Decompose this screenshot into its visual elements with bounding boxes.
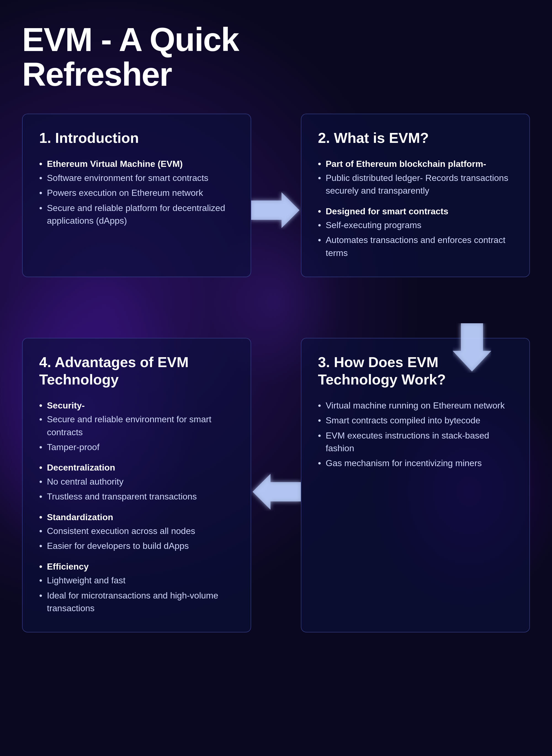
page-container: EVM - A Quick Refresher 1. Introduction …	[0, 0, 552, 660]
section4-list: Security- Secure and reliable environmen…	[39, 399, 234, 614]
list-item: Tamper-proof	[39, 441, 234, 453]
list-item: Virtual machine running on Ethereum netw…	[318, 399, 513, 412]
list-item: Powers execution on Ethereum network	[39, 186, 234, 199]
list-item: Smart contracts compiled into bytecode	[318, 414, 513, 427]
list-item: Gas mechanism for incentivizing miners	[318, 457, 513, 469]
arrow-down-2-3	[453, 323, 491, 373]
title-line1: EVM - A Quick	[22, 21, 239, 58]
list-item: Lightweight and fast	[39, 574, 234, 587]
list-item: Consistent execution across all nodes	[39, 525, 234, 537]
list-item: Part of Ethereum blockchain platform-	[318, 158, 513, 170]
list-item: Ideal for microtransactions and high-vol…	[39, 589, 234, 615]
down-arrow-polygon	[453, 323, 491, 372]
section1-card: 1. Introduction Ethereum Virtual Machine…	[22, 114, 251, 277]
list-item: Self-executing programs	[318, 219, 513, 231]
list-item: Designed for smart contracts	[318, 205, 513, 218]
left-arrow-polygon	[253, 474, 301, 510]
list-item: Ethereum Virtual Machine (EVM)	[39, 158, 234, 170]
section2-title: 2. What is EVM?	[318, 129, 513, 147]
section3-card: 3. How Does EVM Technology Work? Virtual…	[301, 338, 530, 632]
list-item: Automates transactions and enforces cont…	[318, 234, 513, 259]
section3-content: Virtual machine running on Ethereum netw…	[318, 399, 513, 470]
section1-content: Ethereum Virtual Machine (EVM) Software …	[39, 158, 234, 227]
list-item: Standardization	[39, 511, 234, 524]
list-item: Security-	[39, 399, 234, 412]
section2-card: 2. What is EVM? Part of Ethereum blockch…	[301, 114, 530, 277]
list-item: Software environment for smart contracts	[39, 172, 234, 184]
section2-content: Part of Ethereum blockchain platform- Pu…	[318, 158, 513, 259]
list-item: Efficiency	[39, 560, 234, 573]
left-arrow-svg	[251, 472, 301, 511]
list-item: Trustless and transparent transactions	[39, 490, 234, 503]
title-line2: Refresher	[22, 56, 172, 93]
list-item: Easier for developers to build dApps	[39, 540, 234, 552]
list-item: EVM executes instructions in stack-based…	[318, 429, 513, 455]
list-item: No central authority	[39, 475, 234, 488]
section4-card: 4. Advantages of EVM Technology Security…	[22, 338, 251, 632]
section1-title: 1. Introduction	[39, 129, 234, 147]
page-title: EVM - A Quick Refresher	[22, 22, 530, 91]
down-arrow-svg	[453, 323, 491, 373]
list-item: Secure and reliable environment for smar…	[39, 413, 234, 438]
section4-content: Security- Secure and reliable environmen…	[39, 399, 234, 614]
list-item: Decentralization	[39, 461, 234, 474]
right-arrow-svg	[251, 191, 301, 229]
section2-list: Part of Ethereum blockchain platform- Pu…	[318, 158, 513, 259]
arrow-left-3-4	[251, 472, 301, 511]
section4-title: 4. Advantages of EVM Technology	[39, 354, 234, 388]
section1-list: Ethereum Virtual Machine (EVM) Software …	[39, 158, 234, 227]
section3-list: Virtual machine running on Ethereum netw…	[318, 399, 513, 470]
list-item: Public distributed ledger- Records trans…	[318, 172, 513, 197]
list-item: Secure and reliable platform for decentr…	[39, 202, 234, 227]
arrow-right-1-2	[251, 191, 301, 229]
right-arrow-polygon	[251, 192, 299, 228]
